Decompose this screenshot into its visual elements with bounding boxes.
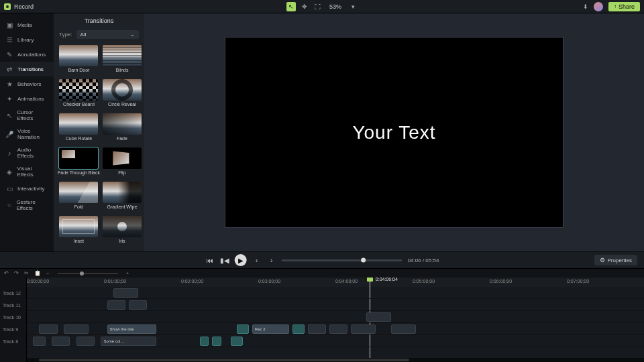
scrubber-handle[interactable] [362, 258, 366, 263]
nav-item-visual-effects[interactable]: ◈Visual Effects [0, 162, 54, 181]
next-marker-button[interactable]: › [267, 255, 276, 265]
crop-tool-icon[interactable]: ⛶ [313, 2, 323, 11]
interactivity-icon: ▭ [5, 184, 13, 192]
transition-blinds[interactable]: Blinds [103, 45, 142, 76]
nav-item-voice-narration[interactable]: 🎤Voice Narration [0, 125, 54, 143]
preview-stage[interactable]: Your Text [225, 37, 564, 228]
prev-frame-button[interactable]: ⏮ [205, 255, 215, 265]
track-label[interactable]: Track 9 [0, 323, 26, 335]
clip[interactable] [39, 324, 58, 334]
clip[interactable] [366, 312, 391, 322]
transition-fade-through-black[interactable]: Fade Through Black [58, 147, 100, 179]
transition-cube-rotate[interactable]: Cube Rotate [58, 113, 100, 145]
clip[interactable] [329, 324, 348, 334]
nav-item-transitions[interactable]: ⇄Transitions [0, 62, 54, 76]
clip[interactable] [113, 288, 138, 298]
clip[interactable] [231, 337, 243, 346]
track-row[interactable] [27, 287, 644, 299]
undo-icon[interactable]: ↶ [4, 270, 9, 276]
clip[interactable] [237, 324, 249, 334]
clip[interactable] [33, 337, 45, 346]
timecode: 04:06 / 05:54 [408, 257, 439, 263]
clip[interactable]: Rec 2 [252, 324, 289, 334]
cut-icon[interactable]: ✂ [24, 270, 29, 276]
type-label: Type: [59, 32, 72, 38]
playhead-label: 0:04:06;04 [376, 278, 398, 282]
redo-icon[interactable]: ↷ [14, 270, 19, 276]
transition-fold[interactable]: Fold [58, 182, 100, 213]
track-row[interactable] [27, 299, 644, 311]
step-back-button[interactable]: ▮◀ [220, 255, 229, 265]
prev-marker-button[interactable]: ‹ [252, 255, 262, 265]
nav-item-interactivity[interactable]: ▭Interactivity [0, 181, 54, 196]
clip[interactable] [52, 337, 70, 346]
transition-thumb [59, 216, 98, 237]
share-button[interactable]: Share [608, 2, 640, 11]
track-label[interactable]: Track 12 [0, 287, 26, 299]
clip[interactable] [76, 337, 95, 346]
ruler-tick: 0:06:00;00 [490, 279, 512, 284]
transition-flip[interactable]: Flip [103, 147, 142, 179]
track-label[interactable]: Track 10 [0, 311, 26, 323]
clip[interactable] [308, 324, 327, 334]
transition-thumb [59, 79, 98, 101]
clip[interactable] [200, 337, 209, 346]
ruler-tick: 0:04:00;00 [335, 279, 358, 284]
transition-checker-board[interactable]: Checker Board [58, 79, 100, 111]
ruler-tick: 0:01:00;00 [104, 279, 126, 284]
clip[interactable] [212, 337, 221, 346]
transition-name: Blinds [115, 68, 128, 72]
track-label[interactable]: Track 11 [0, 299, 26, 311]
zoom-slider[interactable] [58, 273, 118, 274]
track-row[interactable]: Show the titleRec 2 [27, 323, 644, 335]
behaviors-icon: ★ [5, 80, 13, 88]
zoom-out-icon[interactable]: − [46, 270, 50, 276]
scrubber[interactable] [282, 259, 402, 261]
nav-item-animations[interactable]: ✦Animations [0, 91, 54, 106]
track-label[interactable]: Track 8 [0, 335, 26, 347]
time-ruler[interactable]: 0:00:00;000:01:00;000:02:00;000:03:00;00… [27, 278, 644, 287]
download-icon[interactable]: ⬇ [583, 3, 588, 10]
transition-circle-reveal[interactable]: Circle Reveal [103, 79, 142, 111]
nav-item-audio-effects[interactable]: ♪Audio Effects [0, 143, 54, 162]
properties-button[interactable]: Properties [594, 255, 637, 265]
clip[interactable] [107, 300, 126, 310]
left-nav: ▣Media☰Library✎Annotations⇄Transitions★B… [0, 13, 54, 251]
type-select[interactable]: All⌄ [76, 30, 139, 39]
play-button[interactable]: ▶ [235, 254, 247, 266]
cursor-effects-icon: ↖ [5, 111, 13, 119]
clip[interactable]: Some col… [101, 337, 156, 346]
select-tool-icon[interactable]: ↖ [286, 2, 296, 11]
clip[interactable]: Show the title [107, 324, 157, 334]
record-icon[interactable] [4, 3, 11, 10]
clip[interactable] [391, 324, 416, 334]
annotations-icon: ✎ [5, 50, 13, 58]
track-labels: Track 12Track 11Track 10Track 9Track 8 [0, 278, 27, 362]
transition-fade[interactable]: Fade [103, 113, 142, 145]
hand-tool-icon[interactable]: ✥ [300, 2, 309, 11]
record-label[interactable]: Record [14, 3, 34, 10]
nav-item-annotations[interactable]: ✎Annotations [0, 47, 54, 62]
paste-icon[interactable]: 📋 [34, 270, 41, 276]
timeline-scrollbar[interactable] [27, 358, 644, 362]
zoom-in-icon[interactable]: + [126, 270, 129, 276]
clip[interactable] [129, 300, 148, 310]
nav-item-gesture-effects[interactable]: ☜Gesture Effects [0, 196, 54, 215]
transition-thumb [103, 147, 142, 169]
nav-item-cursor-effects[interactable]: ↖Cursor Effects [0, 106, 54, 125]
avatar[interactable] [594, 2, 603, 11]
transition-barn-door[interactable]: Barn Door [58, 45, 100, 76]
clip[interactable] [292, 324, 305, 334]
nav-item-behaviors[interactable]: ★Behaviors [0, 76, 54, 91]
transition-inset[interactable]: Inset [58, 216, 100, 247]
clip[interactable] [351, 324, 376, 334]
transition-gradient-wipe[interactable]: Gradient Wipe [103, 182, 142, 213]
zoom-dropdown-icon[interactable]: ▾ [348, 2, 358, 11]
track-row[interactable] [27, 311, 644, 323]
track-row[interactable]: Some col… [27, 335, 644, 347]
clip[interactable] [64, 324, 89, 334]
nav-item-media[interactable]: ▣Media [0, 17, 54, 32]
transition-iris[interactable]: Iris [103, 216, 142, 247]
nav-item-library[interactable]: ☰Library [0, 32, 54, 47]
zoom-level[interactable]: 53% [327, 3, 344, 10]
